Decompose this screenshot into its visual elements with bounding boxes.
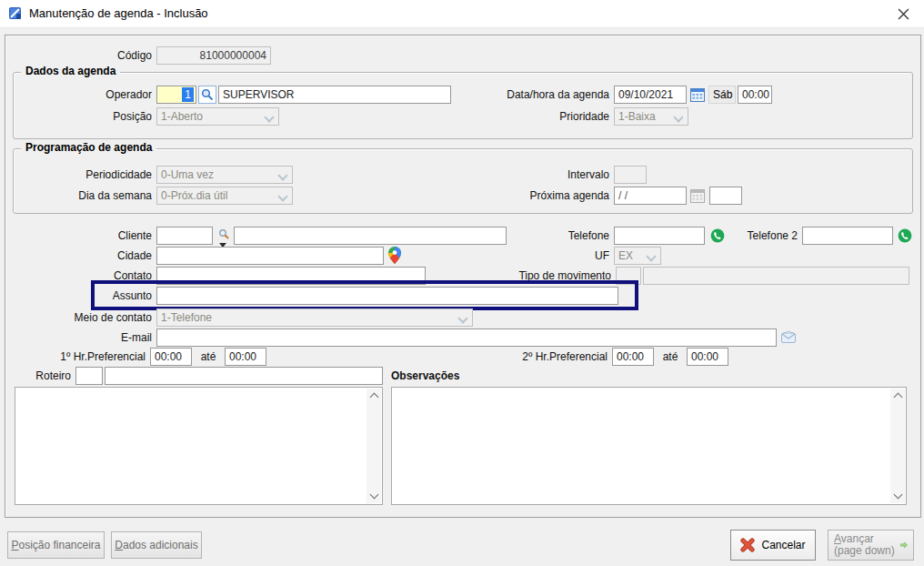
telefone-label: Telefone xyxy=(455,227,609,245)
meio-contato-label: Meio de contato xyxy=(9,308,152,327)
roteiro-code-field[interactable] xyxy=(75,367,103,385)
chevron-down-icon xyxy=(277,191,287,201)
scroll-up-button[interactable] xyxy=(890,389,905,403)
calendar-icon-disabled xyxy=(690,189,705,203)
periodicidade-label: Periodicidade xyxy=(9,166,152,184)
dia-semana-label: Dia da semana xyxy=(9,187,152,205)
codigo-field: 81000000004 xyxy=(156,46,271,65)
proxima-extra-field xyxy=(709,187,742,205)
posicao-label: Posição xyxy=(9,107,152,126)
group-dados-da-agenda: Dados da agenda xyxy=(13,72,913,139)
scroll-up-button[interactable] xyxy=(367,389,381,403)
time-field[interactable]: 00:00 xyxy=(738,86,772,104)
cancelar-label: Cancelar xyxy=(761,539,805,551)
uf-select: EX xyxy=(614,247,661,265)
operador-code-field[interactable]: 1 xyxy=(156,86,196,104)
telefone2-whatsapp-button[interactable] xyxy=(897,227,912,243)
hr2-ate-label: até xyxy=(658,348,683,366)
telefone2-field[interactable] xyxy=(802,227,893,245)
observacoes-textarea[interactable] xyxy=(391,387,907,505)
chevron-down-icon xyxy=(264,112,274,122)
envelope-icon xyxy=(781,331,796,343)
operador-lookup-button[interactable] xyxy=(198,86,216,104)
roteiro-textarea[interactable] xyxy=(15,387,383,505)
hr1-ate-label: até xyxy=(196,348,221,366)
scroll-down-button[interactable] xyxy=(367,489,381,503)
assunto-field[interactable] xyxy=(156,287,618,305)
contato-label: Contato xyxy=(9,267,152,285)
proxima-date-picker-button xyxy=(688,187,706,204)
hr2-to-field[interactable]: 00:00 xyxy=(687,348,728,366)
whatsapp-icon xyxy=(898,228,912,243)
roteiro-field[interactable] xyxy=(105,367,383,385)
meio-contato-select: 1-Telefone xyxy=(156,308,473,327)
tipo-movimento-label: Tipo de movimento xyxy=(455,267,611,285)
group-dados-legend: Dados da agenda xyxy=(21,65,120,77)
cliente-code-field[interactable] xyxy=(156,227,213,245)
email-field[interactable] xyxy=(156,328,777,347)
chevron-down-icon xyxy=(369,490,378,500)
prioridade-select: 1-Baixa xyxy=(614,107,688,126)
window-title: Manutenção de agenda - Inclusão xyxy=(29,0,208,27)
dia-semana-select: 0-Próx.dia útil xyxy=(156,187,293,205)
avancar-subtitle: (page down) xyxy=(834,544,895,557)
calendar-icon xyxy=(690,88,705,102)
posicao-select: 1-Aberto xyxy=(156,107,279,126)
uf-label: UF xyxy=(455,247,609,265)
cliente-lookup-button[interactable] xyxy=(216,227,231,241)
dialog-window: Manutenção de agenda - Inclusão Código 8… xyxy=(0,0,924,566)
dados-adicionais-button: Dados adicionais xyxy=(111,531,202,559)
codigo-label: Código xyxy=(9,46,152,65)
roteiro-scrollbar[interactable] xyxy=(367,389,381,503)
scroll-down-button[interactable] xyxy=(890,489,905,503)
assunto-label: Assunto xyxy=(9,287,152,305)
avancar-button: Avançar (page down) xyxy=(828,530,914,561)
hr1-to-field[interactable]: 00:00 xyxy=(225,348,266,366)
group-programacao-legend: Programação de agenda xyxy=(21,141,156,154)
proxima-agenda-field: / / xyxy=(614,187,687,205)
observacoes-label: Observações xyxy=(391,367,500,385)
periodicidade-select: 0-Uma vez xyxy=(156,166,293,184)
cidade-label: Cidade xyxy=(9,247,152,265)
proxima-agenda-label: Próxima agenda xyxy=(455,187,609,205)
tipo-movimento-field xyxy=(643,267,909,285)
operador-name-field[interactable]: SUPERVISOR xyxy=(218,86,451,104)
cidade-map-button[interactable] xyxy=(387,246,402,264)
close-icon xyxy=(898,8,909,20)
close-button[interactable] xyxy=(889,2,917,25)
chevron-down-icon xyxy=(646,251,656,261)
telefone2-label: Telefone 2 xyxy=(691,227,798,245)
chevron-up-icon xyxy=(893,393,902,402)
chevron-down-icon xyxy=(673,112,683,122)
weekday-box: Sáb xyxy=(708,86,736,104)
hr1-label: 1º Hr.Preferencial xyxy=(9,348,146,366)
cancelar-button[interactable]: Cancelar xyxy=(730,530,816,561)
chevron-down-icon xyxy=(893,490,902,500)
google-maps-pin-icon xyxy=(388,247,401,264)
magnifier-icon xyxy=(218,228,230,240)
window-titlebar: Manutenção de agenda - Inclusão xyxy=(0,0,924,28)
email-label: E-mail xyxy=(9,328,152,347)
intervalo-label: Intervalo xyxy=(455,166,609,184)
red-x-icon xyxy=(740,538,755,552)
cliente-label: Cliente xyxy=(9,227,152,245)
chevron-up-icon xyxy=(369,393,378,402)
intervalo-field xyxy=(614,166,647,184)
email-button[interactable] xyxy=(780,329,796,344)
prioridade-label: Prioridade xyxy=(455,107,609,126)
hr2-label: 2º Hr.Preferencial xyxy=(455,348,608,366)
magnifier-icon xyxy=(201,88,214,101)
data-field[interactable]: 09/10/2021 xyxy=(614,86,687,104)
observacoes-scrollbar[interactable] xyxy=(890,389,905,503)
app-icon xyxy=(8,6,23,21)
hr2-from-field[interactable]: 00:00 xyxy=(612,348,654,366)
operador-code-value: 1 xyxy=(182,87,194,102)
green-arrow-icon xyxy=(900,539,908,551)
hr1-from-field[interactable]: 00:00 xyxy=(150,348,192,366)
tipo-movimento-code-field xyxy=(616,267,641,285)
chevron-down-icon xyxy=(457,313,467,323)
contato-field[interactable] xyxy=(156,267,426,285)
date-picker-button[interactable] xyxy=(688,86,706,103)
chevron-down-icon xyxy=(277,170,287,180)
cidade-field[interactable] xyxy=(156,247,384,265)
